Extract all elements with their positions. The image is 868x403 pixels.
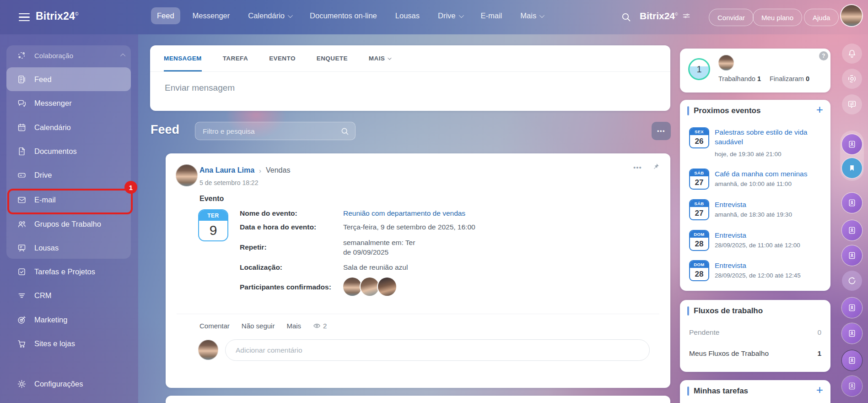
calendar-icon xyxy=(16,122,27,132)
search-icon[interactable] xyxy=(620,11,631,22)
event-title-link[interactable]: Entrevista xyxy=(715,261,824,270)
chat-contact-icon[interactable] xyxy=(842,323,862,343)
widget-title: Proximos eventos xyxy=(694,106,760,115)
eye-icon xyxy=(313,322,321,330)
add-task-button[interactable]: + xyxy=(816,384,823,396)
event-title-link[interactable]: Entrevista xyxy=(715,230,824,240)
plan-button[interactable]: Meu plano xyxy=(753,9,802,26)
tab-tarefa[interactable]: TAREFA xyxy=(223,45,248,71)
sidebar-item-tarefas-e-projetos[interactable]: Tarefas e Projetos xyxy=(6,260,131,283)
widget-title: Minhas tarefas xyxy=(694,387,748,396)
sidebar-item-email[interactable]: E-mail xyxy=(6,188,131,212)
workflow-row-pendente[interactable]: Pendente0 xyxy=(689,328,821,337)
help-button[interactable]: Ajuda xyxy=(804,9,839,26)
field-label-location: Localização: xyxy=(240,263,340,272)
workgroups-icon xyxy=(16,219,27,229)
field-value-repeat-line1: semanalmente em: Ter xyxy=(343,239,415,247)
workflow-row-meus-fluxos[interactable]: Meus Fluxos de Trabalho1 xyxy=(689,349,821,358)
event-title-link[interactable]: Entrevista xyxy=(715,200,824,209)
app-logo[interactable]: Bitrix24© xyxy=(36,10,79,22)
event-title-link[interactable]: Palestras sobre estilo de vida saudável xyxy=(715,127,824,147)
sidebar-item-calendario[interactable]: Calendário xyxy=(6,115,131,139)
sidebar-item-crm[interactable]: CRM xyxy=(6,283,131,307)
hamburger-menu-icon[interactable] xyxy=(19,13,30,21)
post-date: 5 de setembro 18:22 xyxy=(199,179,258,186)
workday-counter[interactable]: 1 xyxy=(688,58,710,80)
chat-contact-icon[interactable] xyxy=(842,298,862,318)
unfollow-action[interactable]: Não seguir xyxy=(242,322,275,330)
sidebar-section-colaboracao[interactable]: Colaboração xyxy=(6,45,131,65)
field-label-name: Nome do evento: xyxy=(240,209,340,218)
post-author-link[interactable]: Ana Laura Lima xyxy=(199,166,254,174)
chat-contact-icon[interactable] xyxy=(842,350,862,370)
post-menu-button[interactable]: ••• xyxy=(633,163,642,171)
participant-avatar[interactable] xyxy=(378,278,396,296)
chat-transfer-icon[interactable] xyxy=(842,94,862,114)
notifications-bell-icon[interactable] xyxy=(842,44,862,64)
field-value-repeat-line2: de 09/09/2025 xyxy=(343,248,388,256)
sliders-icon[interactable] xyxy=(682,12,690,20)
pin-icon[interactable] xyxy=(652,163,660,171)
message-input[interactable] xyxy=(164,77,623,98)
filter-search-input[interactable] xyxy=(202,122,336,141)
crm-funnel-icon xyxy=(16,290,27,300)
post-group-link[interactable]: Vendas xyxy=(266,166,290,174)
feed-settings-button[interactable]: ••• xyxy=(652,122,671,140)
search-bar-brand[interactable]: Bitrix24© xyxy=(640,11,690,22)
chat-contact-icon[interactable] xyxy=(842,220,862,240)
chevron-down-icon xyxy=(539,12,545,17)
nav-drive[interactable]: Drive xyxy=(432,7,469,24)
tab-mensagem[interactable]: MENSAGEM xyxy=(164,45,202,71)
sidebar-item-marketing[interactable]: Marketing xyxy=(6,308,131,332)
nav-lousas[interactable]: Lousas xyxy=(389,7,426,24)
working-user-avatar[interactable] xyxy=(718,55,734,71)
saved-messages-bookmark-icon[interactable] xyxy=(842,158,862,178)
participant-avatar[interactable] xyxy=(343,278,361,296)
user-avatar[interactable] xyxy=(841,5,862,26)
more-action[interactable]: Mais xyxy=(286,322,301,330)
post-author-avatar[interactable] xyxy=(176,164,198,186)
sidebar-item-drive[interactable]: Drive xyxy=(6,163,131,187)
tab-mais[interactable]: MAIS xyxy=(369,45,390,71)
whiteboard-icon xyxy=(16,243,27,253)
comment-input[interactable] xyxy=(225,339,650,361)
sidebar-item-lousas[interactable]: Lousas xyxy=(6,236,131,260)
comment-action[interactable]: Comentar xyxy=(199,322,230,330)
search-icon[interactable] xyxy=(340,126,350,136)
nav-email[interactable]: E-mail xyxy=(475,7,508,24)
participant-avatar[interactable] xyxy=(361,278,379,296)
sidebar-item-sites-e-lojas[interactable]: Sites e lojas xyxy=(6,332,131,355)
widget-help-button[interactable]: ? xyxy=(819,51,828,60)
chat-contact-icon[interactable] xyxy=(842,193,862,213)
copilot-icon[interactable] xyxy=(842,271,862,291)
nav-calendario[interactable]: Calendário xyxy=(242,7,297,24)
widget-title: Fluxos de trabalho xyxy=(694,306,763,316)
nav-feed[interactable]: Feed xyxy=(151,7,180,24)
event-time: amanhã, de 10:00 até 11:00 xyxy=(715,180,792,187)
sidebar-item-feed[interactable]: Feed xyxy=(6,67,131,91)
chat-contact-icon[interactable] xyxy=(842,376,862,396)
field-value-name[interactable]: Reunião com departamento de vendas xyxy=(343,209,465,218)
add-event-button[interactable]: + xyxy=(816,103,823,115)
sidebar-item-documentos[interactable]: Documentos xyxy=(6,139,131,163)
nav-mais[interactable]: Mais xyxy=(514,7,549,24)
chevron-down-icon xyxy=(458,12,464,17)
chat-contact-icon[interactable] xyxy=(842,134,862,154)
bitrix24-app: Bitrix24© Feed Messenger Calendário Docu… xyxy=(0,0,868,403)
tasks-icon xyxy=(16,267,27,277)
post-header: Ana Laura Lima › Vendas xyxy=(199,166,290,174)
tab-enquete[interactable]: ENQUETE xyxy=(317,45,348,71)
chat-contact-icon[interactable] xyxy=(842,245,862,266)
invite-button[interactable]: Convidar xyxy=(709,9,754,26)
nav-documentos-online[interactable]: Documentos on-line xyxy=(304,7,383,24)
nav-messenger[interactable]: Messenger xyxy=(187,7,236,24)
event-date-badge: TER 9 xyxy=(198,209,228,241)
collaboration-icon xyxy=(16,50,27,60)
event-title-link[interactable]: Café da manha com meninas xyxy=(715,169,824,179)
sidebar-item-messenger[interactable]: Messenger xyxy=(6,91,131,115)
activity-pulse-icon[interactable] xyxy=(842,69,862,89)
tab-evento[interactable]: EVENTO xyxy=(269,45,296,71)
views-counter: 2 xyxy=(313,322,327,330)
sidebar-item-grupos-de-trabalho[interactable]: Grupos de Trabalho xyxy=(6,212,131,236)
sidebar-item-configuracoes[interactable]: Configurações xyxy=(6,372,131,396)
